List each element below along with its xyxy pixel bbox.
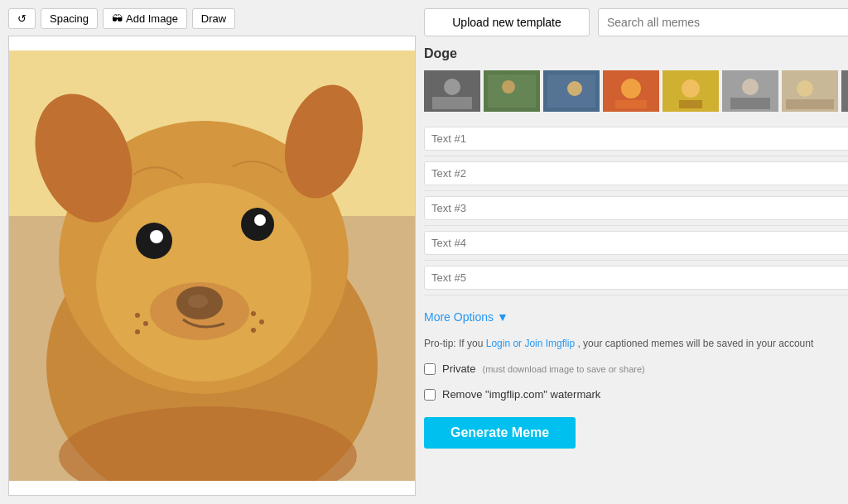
private-checkbox-row: Private (must download image to save or …: [424, 362, 848, 375]
svg-rect-42: [841, 70, 848, 112]
svg-rect-23: [432, 97, 472, 109]
text-row-1: ⚙: [424, 122, 848, 156]
svg-rect-32: [615, 100, 647, 108]
watermark-label: Remove "imgflip.com" watermark: [442, 388, 600, 401]
more-options-row: More Options ▼ Add Text: [424, 305, 848, 328]
thumbnail-3[interactable]: [603, 70, 659, 112]
text-input-1[interactable]: [424, 127, 848, 151]
meme-title: Doge: [424, 46, 457, 61]
thumbnail-2[interactable]: [543, 70, 600, 112]
svg-point-40: [797, 80, 813, 97]
svg-point-19: [251, 328, 256, 333]
svg-point-16: [135, 329, 140, 334]
svg-point-6: [96, 183, 311, 382]
svg-point-9: [150, 230, 163, 243]
more-options-link[interactable]: More Options ▼: [424, 310, 508, 324]
svg-rect-35: [679, 100, 702, 108]
upload-template-label: Upload new template: [452, 16, 561, 29]
thumbnail-1[interactable]: [484, 70, 540, 112]
doge-image: [9, 50, 415, 481]
add-image-label: Add Image: [126, 12, 178, 25]
thumbnail-0[interactable]: [424, 70, 480, 112]
svg-point-15: [143, 321, 148, 326]
rotate-icon: ↺: [17, 12, 26, 25]
pro-tip: Pro-tip: If you Login or Join Imgflip , …: [424, 338, 848, 349]
private-label: Private: [442, 362, 475, 375]
private-note: (must download image to save or share): [482, 364, 644, 374]
svg-point-22: [444, 79, 460, 95]
svg-point-17: [251, 311, 256, 316]
pro-tip-link[interactable]: Login or Join Imgflip: [486, 338, 575, 349]
more-options-label: More Options: [424, 310, 494, 324]
text-row-5: ⚙: [424, 261, 848, 295]
thumbnail-6[interactable]: [782, 70, 838, 112]
meme-header: Doge My Popular: [424, 43, 848, 64]
text-row-2: ⚙: [424, 156, 848, 191]
meme-canvas: [8, 36, 416, 496]
svg-rect-38: [730, 98, 770, 109]
text-input-5[interactable]: [424, 266, 848, 290]
private-checkbox[interactable]: [424, 363, 436, 375]
watermark-checkbox-row: Remove "imgflip.com" watermark: [424, 388, 848, 401]
thumbnail-4[interactable]: [662, 70, 719, 112]
add-image-button[interactable]: 🕶 Add Image: [103, 8, 187, 29]
svg-point-31: [621, 79, 641, 98]
text-input-2[interactable]: [424, 161, 848, 185]
bottom-actions: Generate Meme Reset: [424, 417, 848, 449]
generate-meme-button[interactable]: Generate Meme: [424, 417, 576, 449]
text-input-4[interactable]: [424, 231, 848, 255]
rotate-button[interactable]: ↺: [8, 8, 36, 29]
thumbnails-row: [424, 70, 848, 115]
svg-point-34: [682, 79, 700, 98]
text-row-4: ⚙: [424, 226, 848, 261]
pro-tip-after: , your captioned memes will be saved in …: [577, 338, 813, 349]
spacing-label: Spacing: [50, 12, 89, 25]
spacing-button[interactable]: Spacing: [41, 8, 98, 29]
svg-point-10: [254, 214, 266, 226]
upload-template-button[interactable]: Upload new template: [424, 8, 590, 36]
svg-rect-41: [786, 99, 834, 109]
watermark-checkbox[interactable]: [424, 389, 436, 401]
draw-label: Draw: [201, 12, 226, 25]
svg-point-37: [742, 79, 759, 95]
search-input[interactable]: [598, 8, 848, 36]
svg-point-14: [135, 313, 140, 318]
text-fields: ⚙ ⚙ ⚙ ⚙: [424, 122, 848, 295]
thumbnail-7[interactable]: [841, 70, 848, 112]
draw-button[interactable]: Draw: [192, 8, 235, 29]
thumbnail-5[interactable]: [722, 70, 778, 112]
text-row-3: ⚙: [424, 191, 848, 226]
svg-point-29: [567, 81, 582, 96]
top-actions: Upload new template: [424, 8, 848, 36]
text-input-3[interactable]: [424, 196, 848, 220]
sunglasses-icon: 🕶: [112, 12, 123, 25]
svg-point-26: [502, 80, 515, 94]
svg-point-13: [150, 282, 249, 340]
pro-tip-before: Pro-tip: If you: [424, 338, 486, 349]
chevron-down-icon: ▼: [497, 310, 508, 324]
svg-point-18: [259, 319, 264, 324]
